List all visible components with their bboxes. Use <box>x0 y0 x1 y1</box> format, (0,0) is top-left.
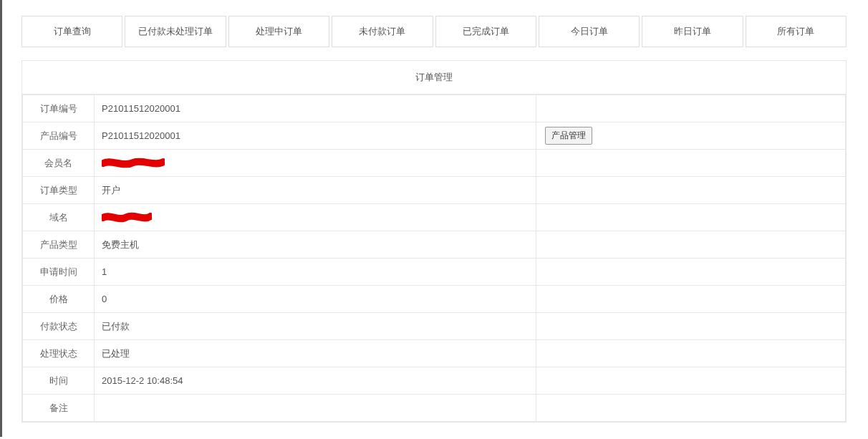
panel-title: 订单管理 <box>22 61 846 95</box>
tab-unpaid[interactable]: 未付款订单 <box>332 16 433 47</box>
detail-action-cell <box>536 231 846 259</box>
tab-order-query[interactable]: 订单查询 <box>21 16 122 47</box>
detail-label: 时间 <box>23 367 95 395</box>
redacted-value <box>102 212 152 223</box>
detail-row: 备注 <box>23 395 846 422</box>
detail-value: P21011512020001 <box>95 95 536 122</box>
tab-paid-unprocessed[interactable]: 已付款未处理订单 <box>125 16 226 47</box>
tab-today[interactable]: 今日订单 <box>539 16 640 47</box>
detail-action-cell <box>536 259 846 286</box>
detail-action-cell: 产品管理 <box>536 122 846 150</box>
detail-label: 订单类型 <box>23 177 95 204</box>
tab-yesterday[interactable]: 昨日订单 <box>642 16 743 47</box>
detail-label: 价格 <box>23 286 95 313</box>
detail-label: 产品编号 <box>23 122 95 150</box>
detail-value: 2015-12-2 10:48:54 <box>95 367 536 395</box>
detail-label: 付款状态 <box>23 313 95 340</box>
tab-processing[interactable]: 处理中订单 <box>228 16 329 47</box>
detail-action-cell <box>536 177 846 204</box>
detail-label: 处理状态 <box>23 340 95 367</box>
detail-label: 订单编号 <box>23 95 95 122</box>
detail-value: 1 <box>95 259 536 286</box>
detail-label: 会员名 <box>23 150 95 177</box>
detail-row: 产品类型免费主机 <box>23 231 846 259</box>
product-manage-button[interactable]: 产品管理 <box>545 127 592 145</box>
detail-action-cell <box>536 150 846 177</box>
detail-value: 已处理 <box>95 340 536 367</box>
detail-label: 域名 <box>23 204 95 231</box>
detail-row: 价格0 <box>23 286 846 313</box>
detail-row: 处理状态已处理 <box>23 340 846 367</box>
detail-value: 免费主机 <box>95 231 536 259</box>
detail-action-cell <box>536 367 846 395</box>
tab-completed[interactable]: 已完成订单 <box>435 16 536 47</box>
detail-row: 订单编号P21011512020001 <box>23 95 846 122</box>
detail-value <box>95 150 536 177</box>
detail-action-cell <box>536 340 846 367</box>
detail-row: 域名 <box>23 204 846 231</box>
detail-row: 付款状态已付款 <box>23 313 846 340</box>
tabs-bar: 订单查询 已付款未处理订单 处理中订单 未付款订单 已完成订单 今日订单 昨日订… <box>21 16 847 47</box>
detail-value: P21011512020001 <box>95 122 536 150</box>
detail-value: 0 <box>95 286 536 313</box>
detail-action-cell <box>536 204 846 231</box>
detail-row: 订单类型开户 <box>23 177 846 204</box>
tab-all[interactable]: 所有订单 <box>746 16 847 47</box>
order-detail-table: 订单编号P21011512020001产品编号P21011512020001产品… <box>22 95 846 422</box>
detail-row: 申请时间1 <box>23 259 846 286</box>
detail-value <box>95 395 536 422</box>
detail-row: 产品编号P21011512020001产品管理 <box>23 122 846 150</box>
detail-value <box>95 204 536 231</box>
redacted-value <box>102 158 165 169</box>
detail-label: 申请时间 <box>23 259 95 286</box>
detail-action-cell <box>536 95 846 122</box>
detail-label: 备注 <box>23 395 95 422</box>
detail-action-cell <box>536 313 846 340</box>
detail-action-cell <box>536 286 846 313</box>
detail-action-cell <box>536 395 846 422</box>
detail-row: 会员名 <box>23 150 846 177</box>
detail-row: 时间2015-12-2 10:48:54 <box>23 367 846 395</box>
detail-value: 开户 <box>95 177 536 204</box>
detail-value: 已付款 <box>95 313 536 340</box>
order-panel: 订单管理 订单编号P21011512020001产品编号P21011512020… <box>21 60 847 423</box>
detail-label: 产品类型 <box>23 231 95 259</box>
